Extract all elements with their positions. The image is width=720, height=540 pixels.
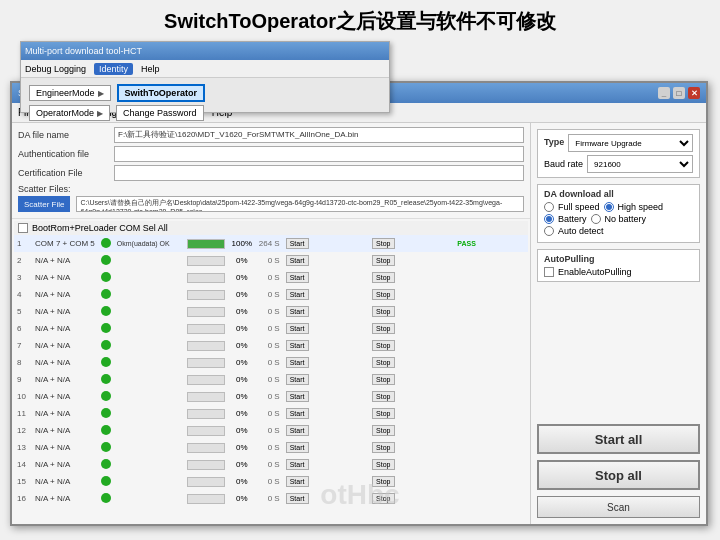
port-stop-button[interactable]: Stop	[372, 306, 394, 317]
green-dot-icon	[101, 289, 111, 299]
port-stop-button[interactable]: Stop	[372, 374, 394, 385]
maximize-button[interactable]: □	[673, 87, 685, 99]
port-size: 0 S	[256, 371, 283, 388]
port-num: 13	[14, 439, 32, 456]
port-dot	[98, 388, 114, 405]
menu-row-operator: OperatorMode ▶ Change Password	[29, 105, 205, 121]
da-file-row: DA file name F:\新工具待验证\1620\MDT_V1620_Fo…	[18, 127, 524, 143]
port-start-cell: Start	[283, 286, 369, 303]
port-stop-cell: Stop	[369, 439, 454, 456]
port-size: 0 S	[256, 286, 283, 303]
cert-file-label: Certification File	[18, 168, 108, 178]
battery-label: Battery	[558, 214, 587, 224]
port-start-button[interactable]: Start	[286, 374, 309, 385]
minimize-button[interactable]: _	[658, 87, 670, 99]
port-pct: 0%	[228, 388, 256, 405]
change-password-btn[interactable]: Change Password	[116, 105, 204, 121]
auth-file-input[interactable]	[114, 146, 524, 162]
port-stop-button[interactable]: Stop	[372, 255, 394, 266]
green-dot-icon	[101, 408, 111, 418]
port-start-button[interactable]: Start	[286, 238, 309, 249]
port-stop-button[interactable]: Stop	[372, 391, 394, 402]
port-stop-button[interactable]: Stop	[372, 459, 394, 470]
port-start-button[interactable]: Start	[286, 306, 309, 317]
port-stop-button[interactable]: Stop	[372, 340, 394, 351]
port-start-button[interactable]: Start	[286, 493, 309, 504]
port-stop-button[interactable]: Stop	[372, 289, 394, 300]
port-pct: 0%	[228, 303, 256, 320]
close-button[interactable]: ✕	[688, 87, 700, 99]
type-select[interactable]: Firmware Upgrade	[568, 134, 693, 152]
port-start-button[interactable]: Start	[286, 357, 309, 368]
port-stop-button[interactable]: Stop	[372, 357, 394, 368]
autopulling-checkbox[interactable]	[544, 267, 554, 277]
port-start-button[interactable]: Start	[286, 476, 309, 487]
auto-detect-radio[interactable]	[544, 226, 554, 236]
port-status	[114, 490, 184, 507]
high-speed-radio[interactable]	[604, 202, 614, 212]
port-start-button[interactable]: Start	[286, 255, 309, 266]
da-download-section: DA download all Full speed High speed Ba…	[537, 184, 700, 243]
port-start-cell: Start	[283, 388, 369, 405]
full-speed-radio[interactable]	[544, 202, 554, 212]
scan-button[interactable]: Scan	[537, 496, 700, 518]
port-dot	[98, 303, 114, 320]
port-status	[114, 405, 184, 422]
port-stop-button[interactable]: Stop	[372, 425, 394, 436]
port-dot	[98, 320, 114, 337]
main-content: DA file name F:\新工具待验证\1620\MDT_V1620_Fo…	[12, 123, 706, 524]
battery-radio[interactable]	[544, 214, 554, 224]
scatter-file-button[interactable]: Scatter File	[18, 196, 70, 212]
scatter-input-row: Scatter File C:\Users\请替换自己的用户名\Desktop\…	[18, 196, 524, 212]
da-file-input[interactable]: F:\新工具待验证\1620\MDT_V1620_ForSMT\MTK_AllI…	[114, 127, 524, 143]
port-progress-bar-cell	[184, 286, 228, 303]
no-battery-radio[interactable]	[591, 214, 601, 224]
arrow-icon2: ▶	[97, 109, 103, 118]
port-start-cell: Start	[283, 269, 369, 286]
port-stop-button[interactable]: Stop	[372, 476, 394, 487]
port-start-button[interactable]: Start	[286, 272, 309, 283]
port-stop-button[interactable]: Stop	[372, 493, 394, 504]
screenshot-container: Multi-port download tool-HCT Debug Loggi…	[10, 41, 710, 531]
port-pass-cell	[454, 337, 528, 354]
port-start-button[interactable]: Start	[286, 425, 309, 436]
port-start-button[interactable]: Start	[286, 340, 309, 351]
port-stop-button[interactable]: Stop	[372, 408, 394, 419]
port-start-button[interactable]: Start	[286, 391, 309, 402]
port-start-button[interactable]: Start	[286, 408, 309, 419]
port-status	[114, 354, 184, 371]
port-start-button[interactable]: Start	[286, 323, 309, 334]
port-pass-cell	[454, 439, 528, 456]
scatter-file-input[interactable]: C:\Users\请替换自己的用户名\Desktop\data\25pom-t4…	[76, 196, 524, 212]
cert-file-input[interactable]	[114, 165, 524, 181]
left-panel: DA file name F:\新工具待验证\1620\MDT_V1620_Fo…	[12, 123, 531, 524]
operator-mode-btn[interactable]: OperatorMode ▶	[29, 105, 110, 121]
port-start-button[interactable]: Start	[286, 459, 309, 470]
port-stop-button[interactable]: Stop	[372, 272, 394, 283]
baud-select[interactable]: 921600	[587, 155, 693, 173]
start-all-button[interactable]: Start all	[537, 424, 700, 454]
enable-autopulling-label: EnableAutoPulling	[558, 267, 632, 277]
menu-identity-active[interactable]: Identity	[94, 63, 133, 75]
port-num: 2	[14, 252, 32, 269]
high-speed-label: High speed	[618, 202, 664, 212]
stop-all-button[interactable]: Stop all	[537, 460, 700, 490]
port-stop-cell: Stop	[369, 473, 454, 490]
port-start-cell: Start	[283, 303, 369, 320]
port-stop-button[interactable]: Stop	[372, 442, 394, 453]
port-pct: 100%	[228, 235, 256, 252]
menu-help[interactable]: Help	[141, 64, 160, 74]
menu-debug[interactable]: Debug Logging	[25, 64, 86, 74]
bootrom-checkbox[interactable]	[18, 223, 28, 233]
port-pct: 0%	[228, 439, 256, 456]
port-size: 0 S	[256, 303, 283, 320]
port-start-button[interactable]: Start	[286, 289, 309, 300]
port-stop-cell: Stop	[369, 490, 454, 507]
switch-operator-btn[interactable]: SwithToOperator	[117, 84, 205, 102]
port-name: N/A + N/A	[32, 388, 98, 405]
port-stop-button[interactable]: Stop	[372, 238, 394, 249]
port-status	[114, 320, 184, 337]
port-stop-button[interactable]: Stop	[372, 323, 394, 334]
engineer-mode-btn[interactable]: EngineerMode ▶	[29, 85, 111, 101]
port-start-button[interactable]: Start	[286, 442, 309, 453]
